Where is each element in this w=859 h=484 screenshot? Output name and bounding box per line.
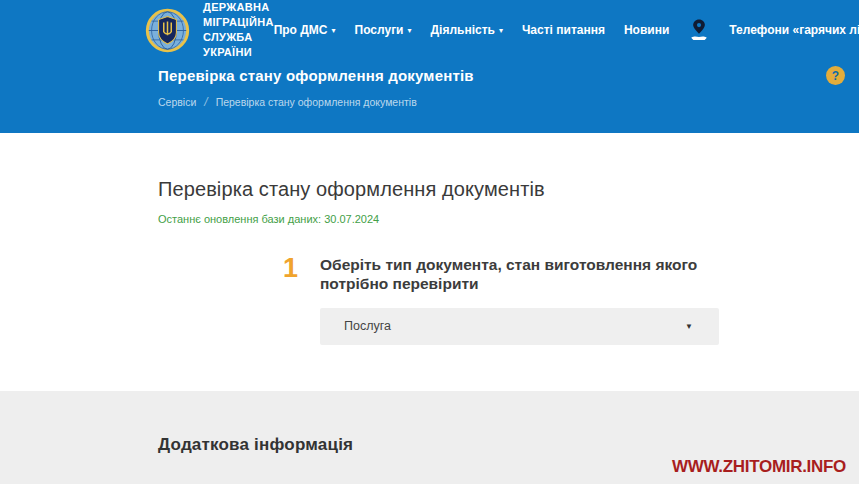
dms-logo-icon[interactable] bbox=[145, 8, 190, 53]
breadcrumb-separator: / bbox=[204, 95, 207, 109]
step-1-block: 1 Оберіть тип документа, стан виготовлен… bbox=[283, 255, 845, 345]
nav-item-activity[interactable]: Діяльність▾ bbox=[431, 23, 503, 37]
breadcrumb-item-services[interactable]: Сервіси bbox=[158, 96, 196, 108]
breadcrumb-item-current: Перевірка стану оформлення документів bbox=[216, 96, 417, 108]
chevron-down-icon: ▾ bbox=[499, 27, 503, 35]
site-header: ДЕРЖАВНА МІГРАЦІЙНА СЛУЖБА УКРАЇНИ Про Д… bbox=[0, 0, 859, 133]
chevron-down-icon: ▾ bbox=[408, 27, 412, 35]
site-watermark: WWW.ZHITOMIR.INFO bbox=[672, 457, 846, 477]
service-type-select[interactable]: Послуга ▼ bbox=[320, 308, 719, 345]
select-caret-icon: ▼ bbox=[685, 322, 693, 331]
database-update-note: Останнє оновлення бази даних: 30.07.2024 bbox=[158, 213, 845, 225]
main-content: Перевірка стану оформлення документів Ос… bbox=[0, 133, 859, 391]
step-instruction: Оберіть тип документа, стан виготовлення… bbox=[320, 255, 700, 294]
breadcrumb: Сервіси / Перевірка стану оформлення док… bbox=[0, 85, 859, 109]
nav-item-about-dms[interactable]: Про ДМС▾ bbox=[274, 23, 336, 37]
help-question-icon[interactable]: ? bbox=[826, 66, 845, 85]
additional-info-heading: Додаткова інформація bbox=[158, 435, 845, 455]
chevron-down-icon: ▾ bbox=[332, 27, 336, 35]
top-bar: ДЕРЖАВНА МІГРАЦІЙНА СЛУЖБА УКРАЇНИ Про Д… bbox=[0, 0, 859, 52]
nav-item-news[interactable]: Новини bbox=[624, 23, 669, 37]
nav-item-services[interactable]: Послуги▾ bbox=[355, 23, 412, 37]
nav-item-faq[interactable]: Часті питання bbox=[522, 23, 605, 37]
nav-item-hotline-phones[interactable]: Телефони «гарячих ліній» bbox=[729, 23, 859, 37]
location-pin-hand-icon[interactable] bbox=[688, 17, 710, 43]
brand-name: ДЕРЖАВНА МІГРАЦІЙНА СЛУЖБА УКРАЇНИ bbox=[203, 0, 274, 59]
step-number: 1 bbox=[283, 255, 320, 345]
content-heading: Перевірка стану оформлення документів bbox=[158, 178, 845, 201]
additional-info-section: Додаткова інформація WWW.ZHITOMIR.INFO bbox=[0, 391, 859, 484]
main-nav: Про ДМС▾ Послуги▾ Діяльність▾ Часті пита… bbox=[274, 17, 859, 43]
service-select-value: Послуга bbox=[344, 319, 391, 333]
page-title: Перевірка стану оформлення документів bbox=[158, 67, 474, 84]
